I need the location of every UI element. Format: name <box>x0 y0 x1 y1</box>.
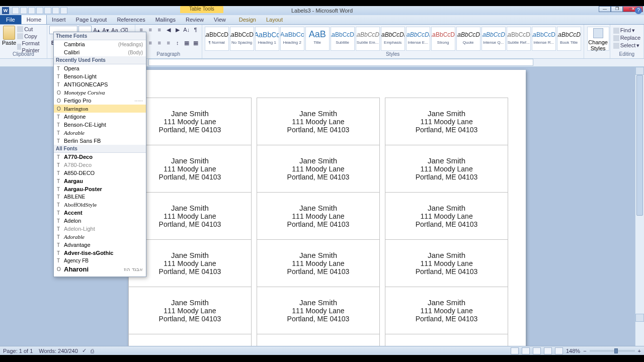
minimize-ribbon-icon[interactable]: ▽ <box>629 7 633 13</box>
multilevel-button[interactable]: ≡ <box>155 26 164 34</box>
style-subtitle[interactable]: AaBbCcDcSubtitle <box>331 27 355 51</box>
change-styles-button[interactable]: Change Styles <box>587 27 609 51</box>
tab-page-layout[interactable]: Page Layout <box>71 15 112 24</box>
tab-home[interactable]: Home <box>21 15 47 24</box>
undo-button[interactable] <box>20 7 27 14</box>
font-option[interactable]: OMonotype Corsiva <box>54 88 146 97</box>
font-option[interactable]: TAargau <box>54 177 146 185</box>
font-option[interactable]: Cambria(Headings) <box>54 40 146 48</box>
sort-button[interactable]: A↓ <box>183 26 191 34</box>
font-option[interactable]: TBerlin Sans FB <box>54 137 146 145</box>
qat-button[interactable] <box>60 7 67 14</box>
draft-view-button[interactable] <box>555 347 563 354</box>
label-cell[interactable]: Jane Smith111 Moody LanePortland, ME 041… <box>385 193 508 240</box>
qat-button[interactable] <box>52 7 59 14</box>
font-option[interactable]: OHarrington <box>54 105 146 113</box>
font-dropdown[interactable]: Theme Fonts Cambria(Headings)Calibri(Bod… <box>53 32 146 277</box>
zoom-slider[interactable] <box>590 350 635 352</box>
font-option[interactable]: TAargau-Poster <box>54 185 146 193</box>
justify-button[interactable]: ≡ <box>165 39 173 47</box>
line-spacing-button[interactable]: ↕ <box>174 39 182 47</box>
font-option[interactable]: TA780-Deco <box>54 161 146 169</box>
increase-indent-button[interactable]: ▶ <box>174 26 182 34</box>
font-option[interactable]: TAdelon-Light <box>54 225 146 233</box>
numbering-button[interactable]: ≡ <box>146 26 154 34</box>
borders-button[interactable]: ▦ <box>192 39 200 47</box>
font-option[interactable]: OFertigo Pro······ <box>54 97 146 105</box>
font-option[interactable]: TAboffOldStyle <box>54 201 146 209</box>
tab-view[interactable]: View <box>209 15 231 24</box>
style-intenseq[interactable]: AaBbCcDcIntense Q... <box>481 27 506 51</box>
web-layout-view-button[interactable] <box>533 347 541 354</box>
font-option[interactable]: TABILENE <box>54 193 146 201</box>
label-cell[interactable]: Jane Smith111 Moody LanePortland, ME 041… <box>129 334 252 346</box>
find-button[interactable]: Find ▾ <box>613 27 640 34</box>
tab-review[interactable]: Review <box>181 15 209 24</box>
label-cell[interactable]: Jane Smith111 Moody LanePortland, ME 041… <box>257 287 380 334</box>
style-nospacing[interactable]: AaBbCcDcNo Spacing <box>230 27 254 51</box>
style-subtleem[interactable]: AaBbCcDcSubtle Em... <box>356 27 380 51</box>
decrease-indent-button[interactable]: ◀ <box>165 26 173 34</box>
label-cell[interactable]: Jane Smith111 Moody LanePortland, ME 041… <box>385 145 508 193</box>
font-option[interactable]: OAharoniאבגד הוז <box>54 264 146 274</box>
label-cell[interactable]: Jane Smith111 Moody LanePortland, ME 041… <box>257 145 380 193</box>
label-cell[interactable]: Jane Smith111 Moody LanePortland, ME 041… <box>257 193 380 240</box>
cut-button[interactable]: Cut <box>17 26 45 33</box>
label-cell[interactable]: Jane Smith111 Moody LanePortland, ME 041… <box>385 334 508 346</box>
style-normal[interactable]: AaBbCcDc¶ Normal <box>205 27 229 51</box>
label-cell[interactable]: Jane Smith111 Moody LanePortland, ME 041… <box>129 145 252 193</box>
select-button[interactable]: Select ▾ <box>613 42 640 49</box>
style-intenser[interactable]: AaBbCcDcIntense R... <box>532 27 556 51</box>
maximize-button[interactable]: ❐ <box>611 6 623 12</box>
tab-insert[interactable]: Insert <box>47 15 71 24</box>
font-option[interactable]: Calibri(Body) <box>54 48 146 56</box>
help-icon[interactable]: ? <box>635 7 642 14</box>
label-cell[interactable]: Jane Smith111 Moody LanePortland, ME 041… <box>257 240 380 287</box>
font-option[interactable]: TAgency FB <box>54 257 146 264</box>
style-booktitle[interactable]: AaBbCcDcBook Title <box>557 27 581 51</box>
style-intensee[interactable]: AaBbCcDDIntense E... <box>406 27 430 51</box>
copy-button[interactable]: Copy <box>17 33 45 40</box>
font-option[interactable]: TBenson-CE-Light <box>54 121 146 129</box>
label-cell[interactable]: Jane Smith111 Moody LanePortland, ME 041… <box>129 193 252 240</box>
align-center-button[interactable]: ≡ <box>146 39 154 47</box>
paste-button[interactable]: Paste <box>2 26 16 51</box>
style-quote[interactable]: AaBbCcDcQuote <box>456 27 480 51</box>
minimize-button[interactable]: — <box>599 6 611 12</box>
tab-layout[interactable]: Layout <box>261 15 288 24</box>
font-option[interactable]: TAdelon <box>54 217 146 225</box>
tab-mailings[interactable]: Mailings <box>150 15 181 24</box>
font-option[interactable]: TOpera <box>54 64 146 72</box>
font-option[interactable]: TAdvantage <box>54 241 146 249</box>
font-option[interactable]: TAdorable <box>54 129 146 137</box>
zoom-in-button[interactable]: + <box>638 348 641 354</box>
label-cell[interactable]: Jane Smith111 Moody LanePortland, ME 041… <box>129 240 252 287</box>
spell-check-icon[interactable]: ✓ <box>82 347 87 354</box>
label-cell[interactable]: Jane Smith111 Moody LanePortland, ME 041… <box>257 98 380 145</box>
tab-design[interactable]: Design <box>234 15 261 24</box>
label-cell[interactable]: Jane Smith111 Moody LanePortland, ME 041… <box>385 287 508 334</box>
qat-button[interactable] <box>44 7 51 14</box>
font-option[interactable]: TAccent <box>54 209 146 217</box>
style-heading[interactable]: AaBbCcHeading 1 <box>255 27 279 51</box>
print-layout-view-button[interactable] <box>511 347 519 354</box>
font-option[interactable]: TBenson-Light <box>54 72 146 80</box>
style-title[interactable]: AaBTitle <box>305 27 330 51</box>
shading-button[interactable]: ▦ <box>183 39 191 47</box>
insert-mode-icon[interactable]: ⎙ <box>91 348 94 354</box>
font-option[interactable]: TAdorable <box>54 233 146 241</box>
save-button[interactable] <box>12 7 19 14</box>
label-cell[interactable]: Jane Smith111 Moody LanePortland, ME 041… <box>129 287 252 334</box>
tab-file[interactable]: File <box>0 15 21 24</box>
zoom-level[interactable]: 148% <box>566 348 580 354</box>
zoom-thumb[interactable] <box>614 348 618 353</box>
style-heading[interactable]: AaBbCcHeading 2 <box>280 27 304 51</box>
vertical-scrollbar[interactable] <box>635 67 644 346</box>
font-option[interactable]: TA850-DECO <box>54 169 146 177</box>
redo-button[interactable] <box>28 7 35 14</box>
scroll-up-button[interactable] <box>635 67 644 75</box>
label-cell[interactable]: Jane Smith111 Moody LanePortland, ME 041… <box>385 98 508 145</box>
font-option[interactable]: TAntigone <box>54 113 146 121</box>
font-option[interactable]: TAdver-tise-sGothic <box>54 249 146 257</box>
word-count[interactable]: Words: 240/240 <box>39 348 77 354</box>
